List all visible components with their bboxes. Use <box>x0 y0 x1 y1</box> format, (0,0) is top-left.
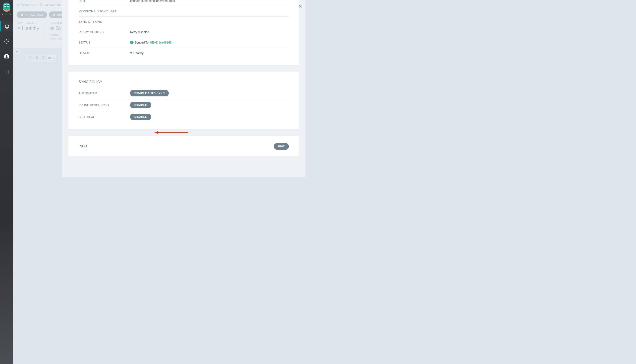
disable-auto-sync-button[interactable]: DISABLE AUTO-SYNC <box>130 90 169 96</box>
info-card: INFO EDIT <box>69 136 299 156</box>
disable-self-heal-button[interactable]: DISABLE <box>130 114 151 120</box>
version-text: v2.3.174 <box>2 13 12 16</box>
nav-user[interactable] <box>0 52 13 62</box>
svg-point-4 <box>8 5 9 6</box>
check-icon <box>130 41 134 44</box>
self-heal-label: SELF HEAL <box>79 115 130 119</box>
prune-label: PRUNE RESOURCES <box>79 104 130 107</box>
heart-icon: ♥ <box>130 51 132 55</box>
health-label: HEALTH <box>79 51 130 55</box>
svg-point-6 <box>6 41 8 42</box>
path-value: console-customisations/resources <box>130 0 175 2</box>
status-revision-link[interactable]: HEAD (ea691d8) <box>150 41 173 44</box>
argo-logo-icon <box>2 2 12 12</box>
nav-settings[interactable] <box>0 36 13 47</box>
retry-options-value: Retry disabled <box>130 30 149 34</box>
status-value: Synced To HEAD (ea691d8) <box>130 41 173 44</box>
details-card: PATH console-customisations/resources RE… <box>69 0 299 65</box>
info-title: INFO <box>79 136 87 152</box>
status-label: STATUS <box>79 41 130 44</box>
svg-point-3 <box>5 5 6 6</box>
retry-options-label: RETRY OPTIONS <box>79 30 130 34</box>
left-sidebar: v2.3.174 ? <box>0 0 13 177</box>
nav-docs[interactable]: ? <box>0 67 13 77</box>
app-details-panel: ✕ PATH console-customisations/resources … <box>62 0 305 177</box>
sync-options-label: SYNC OPTIONS <box>79 20 130 23</box>
sync-policy-title: SYNC POLICY <box>79 72 289 87</box>
automated-label: AUTOMATED <box>79 92 130 95</box>
path-label: PATH <box>79 0 130 2</box>
sync-policy-card: SYNC POLICY AUTOMATED DISABLE AUTO-SYNC … <box>69 72 299 129</box>
svg-text:?: ? <box>6 70 7 73</box>
close-icon[interactable]: ✕ <box>298 4 302 9</box>
health-value: ♥ Healthy <box>130 51 143 55</box>
nav-applications[interactable] <box>0 21 13 32</box>
rev-history-label: REVISION HISTORY LIMIT <box>79 10 130 13</box>
svg-point-8 <box>6 55 8 57</box>
disable-prune-button[interactable]: DISABLE <box>130 102 151 108</box>
edit-info-button[interactable]: EDIT <box>274 143 289 150</box>
svg-point-5 <box>6 8 8 8</box>
